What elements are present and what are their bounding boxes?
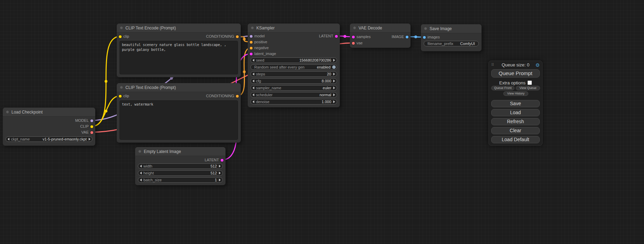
images-input-slot[interactable] — [423, 36, 426, 39]
decrement-arrow-icon[interactable] — [253, 87, 254, 89]
node-title-bar[interactable]: Empty Latent Image — [135, 147, 226, 156]
node-title-bar[interactable]: KSampler — [248, 24, 340, 33]
decrement-arrow-icon[interactable] — [140, 172, 142, 174]
conditioning-output-slot[interactable] — [236, 95, 239, 98]
decrement-arrow-icon[interactable] — [253, 73, 254, 75]
node-title: VAE Decode — [359, 26, 382, 30]
decrement-arrow-icon[interactable] — [140, 165, 142, 168]
link-midpoint-dot — [243, 38, 246, 40]
drag-handle-icon[interactable]: ⠿ — [491, 63, 494, 67]
collapse-dot-icon[interactable] — [120, 26, 123, 29]
increment-arrow-icon[interactable] — [333, 93, 335, 96]
collapse-dot-icon[interactable] — [353, 26, 356, 29]
collapse-dot-icon[interactable] — [424, 27, 427, 30]
increment-arrow-icon[interactable] — [219, 165, 221, 168]
node-title-bar[interactable]: CLIP Text Encode (Prompt) — [117, 24, 241, 33]
collapse-dot-icon[interactable] — [6, 110, 9, 114]
widget-value: enabled — [317, 65, 330, 70]
model-output-slot[interactable] — [90, 119, 93, 122]
slot-label: latent_image — [254, 52, 276, 56]
samples-input-slot[interactable] — [352, 36, 355, 38]
latent-output-slot[interactable] — [221, 159, 223, 162]
cfg-widget[interactable]: cfg 8.000 — [250, 78, 337, 84]
collapse-dot-icon[interactable] — [120, 86, 123, 89]
decrement-arrow-icon[interactable] — [253, 100, 254, 103]
node-vae-decode[interactable]: VAE Decode samples IMAGE vae — [350, 24, 411, 48]
slot-label: samples — [356, 35, 371, 39]
increment-arrow-icon[interactable] — [333, 59, 335, 62]
increment-arrow-icon[interactable] — [333, 100, 335, 103]
collapse-dot-icon[interactable] — [251, 26, 254, 29]
decrement-arrow-icon[interactable] — [140, 179, 142, 181]
node-load-checkpoint[interactable]: Load Checkpoint MODEL CLIP VAE ckpt_name… — [3, 108, 95, 146]
increment-arrow-icon[interactable] — [333, 73, 335, 75]
decrement-arrow-icon[interactable] — [253, 59, 254, 62]
width-widget[interactable]: width 512 — [138, 163, 223, 169]
height-widget[interactable]: height 512 — [138, 170, 223, 176]
increment-arrow-icon[interactable] — [333, 80, 335, 82]
decrement-arrow-icon[interactable] — [253, 80, 254, 82]
clip-input-slot[interactable] — [119, 35, 122, 38]
node-empty-latent-image[interactable]: Empty Latent Image LATENT width 512 heig… — [135, 147, 226, 185]
denoise-widget[interactable]: denoise 1.000 — [250, 99, 337, 105]
refresh-button[interactable]: Refresh — [491, 118, 540, 125]
widget-value: 512 — [211, 164, 217, 169]
increment-arrow-icon[interactable] — [333, 87, 335, 89]
node-title: CLIP Text Encode (Prompt) — [125, 85, 176, 90]
node-clip-text-encode-negative[interactable]: CLIP Text Encode (Prompt) clip CONDITION… — [117, 83, 241, 143]
widget-label: steps — [256, 72, 265, 76]
negative-prompt-textarea[interactable]: text, watermark — [120, 100, 238, 140]
image-output-slot[interactable] — [406, 36, 408, 38]
seed-toggle-dot-icon[interactable] — [332, 65, 336, 69]
conditioning-output-slot[interactable] — [236, 35, 239, 38]
slot-label: positive — [254, 40, 267, 44]
node-title-bar[interactable]: Load Checkpoint — [3, 108, 95, 117]
load-default-button[interactable]: Load Default — [491, 136, 540, 143]
graph-canvas[interactable]: Load Checkpoint MODEL CLIP VAE ckpt_name… — [0, 0, 644, 244]
seed-widget[interactable]: seed 156680208700286 — [250, 57, 337, 63]
widget-value: 1 — [215, 178, 217, 182]
node-ksampler[interactable]: KSampler model LATENT positive negative … — [248, 24, 340, 107]
decrement-arrow-icon[interactable] — [253, 93, 254, 96]
latent-output-slot[interactable] — [335, 35, 338, 38]
settings-gear-icon[interactable]: ⚙ — [535, 62, 540, 68]
node-title-bar[interactable]: Save Image — [421, 24, 482, 33]
queue-size-label: Queue size: 0 — [502, 62, 529, 67]
steps-widget[interactable]: steps 20 — [250, 71, 337, 77]
node-title-bar[interactable]: VAE Decode — [350, 24, 411, 33]
vae-output-slot[interactable] — [90, 131, 93, 134]
batch-size-widget[interactable]: batch_size 1 — [138, 177, 223, 183]
increment-arrow-icon[interactable] — [89, 138, 90, 141]
extra-options-checkbox[interactable] — [528, 81, 532, 85]
clip-input-slot[interactable] — [119, 95, 122, 98]
view-history-button[interactable]: View History — [503, 91, 528, 96]
vae-input-slot[interactable] — [352, 42, 355, 45]
view-queue-button[interactable]: View Queue — [516, 86, 540, 90]
node-title-bar[interactable]: CLIP Text Encode (Prompt) — [117, 83, 241, 92]
queue-prompt-button[interactable]: Queue Prompt — [491, 69, 540, 78]
ckpt-name-widget[interactable]: ckpt_name v1-5-pruned-emaonly.ckpt — [6, 136, 92, 142]
widget-value: 8.000 — [321, 79, 331, 83]
queue-front-button[interactable]: Queue Front — [491, 86, 514, 90]
sampler-name-widget[interactable]: sampler_name euler — [250, 85, 337, 91]
clip-output-slot[interactable] — [90, 125, 93, 128]
filename-prefix-widget[interactable]: filename_prefix ComfyUI — [424, 41, 479, 46]
positive-input-slot[interactable] — [250, 41, 253, 44]
clear-button[interactable]: Clear — [491, 127, 540, 134]
latent-image-input-slot[interactable] — [250, 53, 253, 55]
positive-prompt-textarea[interactable]: beautiful scenery nature glass bottle la… — [120, 41, 238, 74]
increment-arrow-icon[interactable] — [219, 179, 221, 181]
collapse-dot-icon[interactable] — [138, 150, 141, 153]
model-input-slot[interactable] — [250, 35, 253, 38]
node-clip-text-encode-positive[interactable]: CLIP Text Encode (Prompt) clip CONDITION… — [117, 24, 241, 77]
slot-label: LATENT — [319, 34, 333, 38]
save-button[interactable]: Save — [491, 100, 540, 107]
load-button[interactable]: Load — [491, 109, 540, 116]
slot-label: CONDITIONING — [206, 34, 234, 38]
node-save-image[interactable]: Save Image images filename_prefix ComfyU… — [421, 24, 482, 51]
negative-input-slot[interactable] — [250, 47, 253, 49]
random-seed-toggle[interactable]: Random seed after every gen enabled — [250, 64, 337, 70]
scheduler-widget[interactable]: scheduler normal — [250, 92, 337, 98]
increment-arrow-icon[interactable] — [219, 172, 221, 174]
decrement-arrow-icon[interactable] — [8, 138, 9, 141]
